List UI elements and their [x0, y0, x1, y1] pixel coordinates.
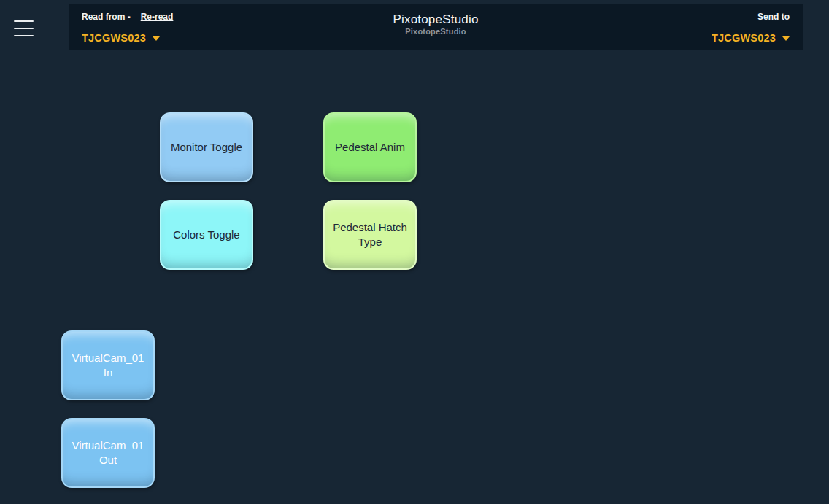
- page-subtitle: PixotopeStudio: [405, 27, 466, 36]
- send-to-host-dropdown[interactable]: TJCGWS023: [712, 32, 790, 44]
- chevron-down-icon: [153, 36, 160, 41]
- button-pedestal-hatch-type[interactable]: Pedestal Hatch Type: [323, 200, 417, 270]
- header-center: PixotopeStudio PixotopeStudio: [393, 12, 478, 44]
- reread-link[interactable]: Re-read: [141, 12, 174, 22]
- button-virtualcam-01-out[interactable]: VirtualCam_01 Out: [61, 418, 155, 488]
- read-from-row: Read from - Re-read: [82, 12, 173, 22]
- chevron-down-icon: [782, 36, 790, 41]
- menu-button[interactable]: [14, 18, 36, 39]
- button-virtualcam-01-in[interactable]: VirtualCam_01 In: [61, 330, 155, 400]
- header-left: Read from - Re-read TJCGWS023: [82, 12, 393, 44]
- app-root: { "menu": { "icon": "hamburger-icon" }, …: [0, 0, 829, 504]
- hamburger-icon: [14, 20, 36, 36]
- header-right: Send to TJCGWS023: [479, 12, 790, 44]
- page-title: PixotopeStudio: [393, 12, 478, 27]
- send-to-label: Send to: [757, 12, 790, 22]
- read-from-host-dropdown[interactable]: TJCGWS023: [82, 32, 160, 44]
- button-colors-toggle[interactable]: Colors Toggle: [160, 200, 253, 270]
- send-to-host-value: TJCGWS023: [712, 32, 776, 44]
- button-pedestal-anim[interactable]: Pedestal Anim: [323, 112, 417, 182]
- read-from-host-value: TJCGWS023: [82, 32, 146, 44]
- header-bar: Read from - Re-read TJCGWS023 PixotopeSt…: [69, 4, 803, 50]
- read-from-label: Read from -: [82, 12, 131, 22]
- button-monitor-toggle[interactable]: Monitor Toggle: [160, 112, 253, 182]
